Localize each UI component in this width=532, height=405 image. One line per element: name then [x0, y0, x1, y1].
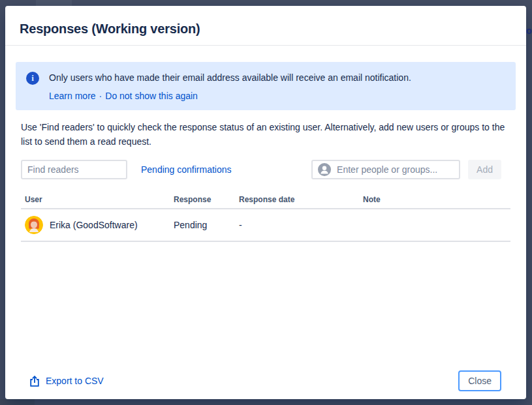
background-tab-fragment	[36, 0, 72, 6]
background-text-fragment: o	[526, 25, 532, 36]
table-header-row: User Response Response date Note	[21, 190, 510, 209]
learn-more-link[interactable]: Learn more	[49, 91, 96, 101]
page-title: Responses (Working version)	[20, 22, 512, 37]
readers-table: User Response Response date Note	[16, 190, 516, 242]
people-picker[interactable]	[311, 160, 460, 179]
info-icon: i	[26, 72, 39, 85]
dialog-description: Use 'Find readers' to quickly check the …	[21, 120, 510, 149]
pending-confirmations-link[interactable]: Pending confirmations	[141, 164, 232, 175]
find-readers-input[interactable]	[21, 160, 127, 179]
table-row: Erika (GoodSoftware) Pending -	[21, 209, 510, 242]
column-header-response-date: Response date	[235, 190, 359, 208]
responses-dialog: Responses (Working version) i Only users…	[5, 6, 526, 399]
dialog-header: Responses (Working version)	[5, 6, 526, 46]
person-icon	[318, 163, 331, 176]
close-button[interactable]: Close	[458, 370, 501, 391]
export-icon	[30, 376, 39, 387]
column-header-user: User	[21, 190, 170, 208]
note-cell	[359, 218, 510, 232]
response-cell: Pending	[170, 213, 235, 237]
add-button[interactable]: Add	[468, 160, 501, 179]
user-name: Erika (GoodSoftware)	[50, 220, 138, 230]
controls-row: Pending confirmations Add	[16, 160, 516, 179]
info-banner: i Only users who have made their email a…	[16, 62, 516, 110]
user-cell: Erika (GoodSoftware)	[21, 209, 170, 241]
column-header-note: Note	[359, 190, 510, 208]
info-banner-content: Only users who have made their email add…	[49, 71, 411, 101]
link-separator: ·	[96, 91, 106, 101]
response-date-cell: -	[235, 213, 359, 237]
dialog-footer: Export to CSV Close	[16, 361, 516, 399]
info-banner-message: Only users who have made their email add…	[49, 71, 411, 84]
people-groups-input[interactable]	[337, 164, 454, 175]
dialog-body: i Only users who have made their email a…	[5, 46, 526, 399]
do-not-show-again-link[interactable]: Do not show this again	[105, 91, 198, 101]
export-to-csv-label: Export to CSV	[46, 376, 104, 386]
background-seam	[0, 399, 35, 405]
export-to-csv-link[interactable]: Export to CSV	[30, 376, 104, 387]
avatar	[25, 216, 43, 234]
column-header-response: Response	[170, 190, 235, 208]
info-banner-links: Learn more·Do not show this again	[49, 91, 411, 101]
